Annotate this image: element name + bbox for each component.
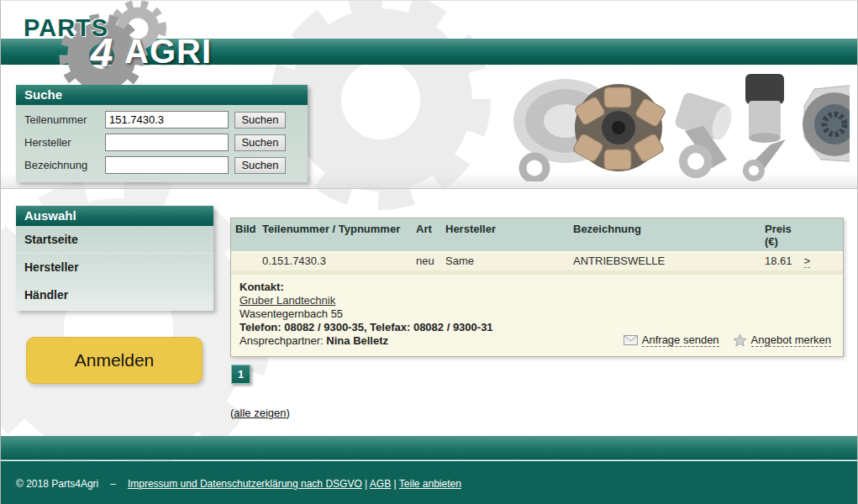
results-table-header: Bild Teilenummer / Typnummer Art Herstel… [231,218,843,253]
bezeichnung-label: Bezeichnung [24,159,105,171]
anmelden-button[interactable]: Anmelden [26,337,203,384]
sidebar-title: Auswahl [16,206,213,226]
row-art: neu [416,255,445,268]
star-icon [733,333,747,347]
pump-photo [803,82,850,163]
column-art: Art [416,223,445,248]
table-row: 0.151.7430.3 neu Same ANTRIEBSWELLE 18.6… [231,253,843,275]
copyright-text: © 2018 Parts4Agri [16,478,98,490]
row-teilenummer: 0.151.7430.3 [262,255,416,268]
logo-text-agri: AGRI [124,33,212,71]
column-bezeichnung: Bezeichnung [573,223,765,248]
column-bild: Bild [235,223,262,248]
angebot-merken-link[interactable]: Angebot merken [733,333,831,347]
search-panel: Suche Teilenummer Suchen Hersteller Such… [16,85,308,182]
column-preis: Preis (€) [765,223,843,248]
footer: © 2018 Parts4Agri–Impressum und Datensch… [1,461,857,504]
hersteller-search-button[interactable]: Suchen [234,134,286,151]
teile-anbieten-link[interactable]: Teile anbieten [399,478,461,490]
pistons-photo [674,74,786,181]
column-hersteller: Hersteller [445,223,573,248]
company-link[interactable]: Gruber Landtechnik [240,294,335,307]
teilenummer-label: Teilenummer [24,113,105,126]
sidebar-item-haendler[interactable]: Händler [16,281,213,309]
hersteller-label: Hersteller [24,136,105,149]
clutch-photo [513,79,666,180]
row-bild [235,255,262,268]
anfrage-senden-link[interactable]: Anfrage senden [624,333,719,347]
search-panel-title: Suche [16,85,308,105]
alle-zeigen-link[interactable]: alle zeigen [234,407,286,419]
logo[interactable]: PARTS 4 AGRI [13,1,214,93]
contact-heading: Kontakt: [240,281,493,294]
price-value: 18.61 [765,255,792,268]
details-arrow-link[interactable]: > [804,255,811,268]
bezeichnung-input[interactable] [105,156,229,174]
teilenummer-input[interactable] [105,111,229,129]
results-box: Bild Teilenummer / Typnummer Art Herstel… [230,218,844,357]
logo-text-four: 4 [78,29,125,76]
row-hersteller: Same [445,255,573,268]
page: PARTS 4 AGRI Suche Teilenummer Suchen He… [0,0,858,504]
column-teilenummer: Teilenummer / Typnummer [262,223,416,248]
footer-band [1,436,857,460]
impressum-link[interactable]: Impressum und Datenschutzerklärung nach … [128,478,362,490]
header: PARTS 4 AGRI Suche Teilenummer Suchen He… [1,1,857,189]
row-bezeichnung: ANTRIEBSWELLE [573,255,765,268]
teilenummer-search-button[interactable]: Suchen [234,112,286,129]
sidebar-item-startseite[interactable]: Startseite [16,226,213,254]
hersteller-input[interactable] [105,134,229,151]
envelope-icon [624,335,638,345]
contact-street: Wasentegernbach 55 [240,307,493,321]
contact-section: Kontakt: Gruber Landtechnik Wasentegernb… [231,275,843,356]
search-row-hersteller: Hersteller Suchen [24,134,299,151]
pagination-page-1[interactable]: 1 [231,365,250,384]
search-row-bezeichnung: Bezeichnung Suchen [24,156,299,174]
bezeichnung-search-button[interactable]: Suchen [234,157,286,174]
row-preis: 18.61 > [765,255,843,268]
sidebar-item-hersteller[interactable]: Hersteller [16,254,213,281]
sidebar: Auswahl Startseite Hersteller Händler [16,206,213,311]
show-all: (alle zeigen) [230,407,290,419]
contact-phone: Telefon: 08082 / 9300-35, Telefax: 08082… [240,321,493,334]
product-photos [505,72,850,181]
search-row-teilenummer: Teilenummer Suchen [24,111,299,129]
contact-partner: Ansprechpartner: Nina Belletz [240,334,493,348]
contact-partner-name: Nina Belletz [326,334,388,347]
agb-link[interactable]: AGB [370,478,391,490]
